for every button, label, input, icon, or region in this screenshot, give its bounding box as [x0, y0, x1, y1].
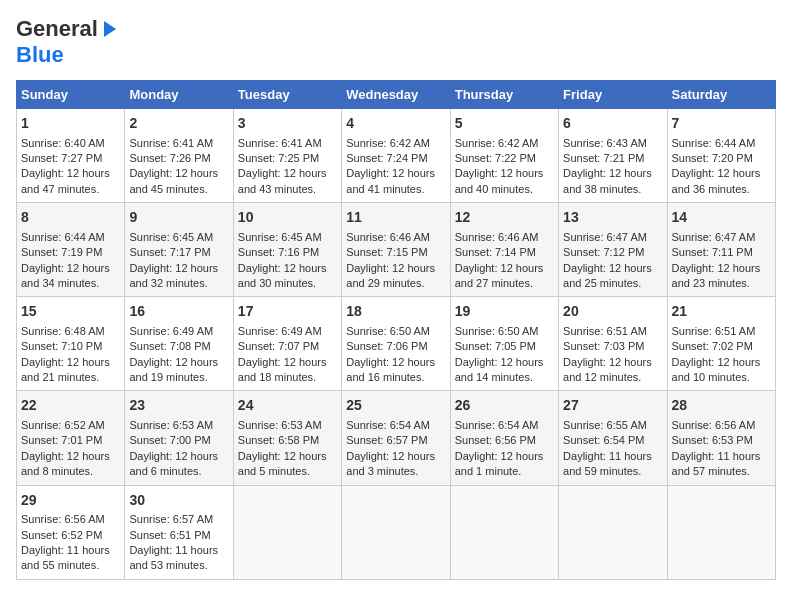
cell-text: and 34 minutes. [21, 276, 120, 291]
cell-text: and 14 minutes. [455, 370, 554, 385]
cell-text: Daylight: 11 hours [672, 449, 771, 464]
cell-text: Daylight: 12 hours [21, 355, 120, 370]
cell-text: Sunset: 7:05 PM [455, 339, 554, 354]
calendar-cell: 28Sunrise: 6:56 AMSunset: 6:53 PMDayligh… [667, 391, 775, 485]
day-number: 5 [455, 114, 554, 134]
cell-text: Daylight: 12 hours [129, 449, 228, 464]
calendar-cell: 1Sunrise: 6:40 AMSunset: 7:27 PMDaylight… [17, 109, 125, 203]
cell-text: and 5 minutes. [238, 464, 337, 479]
cell-text: and 59 minutes. [563, 464, 662, 479]
calendar-cell: 2Sunrise: 6:41 AMSunset: 7:26 PMDaylight… [125, 109, 233, 203]
cell-text: Sunset: 7:19 PM [21, 245, 120, 260]
cell-text: Daylight: 12 hours [346, 166, 445, 181]
day-number: 7 [672, 114, 771, 134]
day-number: 22 [21, 396, 120, 416]
calendar-cell [667, 485, 775, 579]
day-number: 4 [346, 114, 445, 134]
cell-text: Daylight: 12 hours [129, 261, 228, 276]
calendar-cell: 19Sunrise: 6:50 AMSunset: 7:05 PMDayligh… [450, 297, 558, 391]
day-number: 17 [238, 302, 337, 322]
cell-text: Sunrise: 6:54 AM [346, 418, 445, 433]
cell-text: Daylight: 12 hours [21, 449, 120, 464]
cell-text: Daylight: 12 hours [672, 166, 771, 181]
cell-text: and 45 minutes. [129, 182, 228, 197]
cell-text: Sunset: 7:08 PM [129, 339, 228, 354]
cell-text: Sunrise: 6:53 AM [238, 418, 337, 433]
calendar-cell: 16Sunrise: 6:49 AMSunset: 7:08 PMDayligh… [125, 297, 233, 391]
calendar-cell: 18Sunrise: 6:50 AMSunset: 7:06 PMDayligh… [342, 297, 450, 391]
day-number: 30 [129, 491, 228, 511]
cell-text: and 43 minutes. [238, 182, 337, 197]
cell-text: Sunset: 6:51 PM [129, 528, 228, 543]
cell-text: Daylight: 12 hours [455, 166, 554, 181]
day-of-week-thursday: Thursday [450, 81, 558, 109]
day-of-week-saturday: Saturday [667, 81, 775, 109]
cell-text: Sunrise: 6:50 AM [346, 324, 445, 339]
cell-text: Sunset: 7:21 PM [563, 151, 662, 166]
cell-text: Sunset: 7:24 PM [346, 151, 445, 166]
day-number: 1 [21, 114, 120, 134]
calendar-cell: 26Sunrise: 6:54 AMSunset: 6:56 PMDayligh… [450, 391, 558, 485]
cell-text: Sunrise: 6:42 AM [455, 136, 554, 151]
cell-text: Sunrise: 6:45 AM [238, 230, 337, 245]
cell-text: Daylight: 12 hours [346, 449, 445, 464]
cell-text: Sunrise: 6:51 AM [672, 324, 771, 339]
page-header: General Blue [16, 16, 776, 68]
cell-text: Sunrise: 6:40 AM [21, 136, 120, 151]
cell-text: Daylight: 11 hours [21, 543, 120, 558]
calendar-cell: 12Sunrise: 6:46 AMSunset: 7:14 PMDayligh… [450, 203, 558, 297]
cell-text: and 40 minutes. [455, 182, 554, 197]
day-of-week-friday: Friday [559, 81, 667, 109]
cell-text: Daylight: 12 hours [455, 261, 554, 276]
day-number: 11 [346, 208, 445, 228]
cell-text: Sunrise: 6:57 AM [129, 512, 228, 527]
cell-text: Daylight: 12 hours [21, 261, 120, 276]
cell-text: Sunset: 6:52 PM [21, 528, 120, 543]
cell-text: and 36 minutes. [672, 182, 771, 197]
calendar-cell: 5Sunrise: 6:42 AMSunset: 7:22 PMDaylight… [450, 109, 558, 203]
cell-text: Sunrise: 6:47 AM [672, 230, 771, 245]
cell-text: Sunrise: 6:48 AM [21, 324, 120, 339]
day-of-week-monday: Monday [125, 81, 233, 109]
calendar-row-1: 1Sunrise: 6:40 AMSunset: 7:27 PMDaylight… [17, 109, 776, 203]
day-number: 14 [672, 208, 771, 228]
cell-text: and 12 minutes. [563, 370, 662, 385]
calendar-cell: 13Sunrise: 6:47 AMSunset: 7:12 PMDayligh… [559, 203, 667, 297]
cell-text: Sunset: 6:58 PM [238, 433, 337, 448]
cell-text: Sunrise: 6:49 AM [238, 324, 337, 339]
cell-text: Sunset: 7:11 PM [672, 245, 771, 260]
cell-text: Sunset: 6:53 PM [672, 433, 771, 448]
calendar-row-2: 8Sunrise: 6:44 AMSunset: 7:19 PMDaylight… [17, 203, 776, 297]
calendar-row-3: 15Sunrise: 6:48 AMSunset: 7:10 PMDayligh… [17, 297, 776, 391]
cell-text: Daylight: 12 hours [455, 355, 554, 370]
cell-text: Sunrise: 6:44 AM [672, 136, 771, 151]
cell-text: Sunset: 7:01 PM [21, 433, 120, 448]
cell-text: and 6 minutes. [129, 464, 228, 479]
day-number: 29 [21, 491, 120, 511]
cell-text: Sunset: 6:57 PM [346, 433, 445, 448]
day-of-week-sunday: Sunday [17, 81, 125, 109]
cell-text: Sunset: 7:26 PM [129, 151, 228, 166]
calendar-cell: 8Sunrise: 6:44 AMSunset: 7:19 PMDaylight… [17, 203, 125, 297]
calendar-header-row: SundayMondayTuesdayWednesdayThursdayFrid… [17, 81, 776, 109]
day-number: 12 [455, 208, 554, 228]
cell-text: and 23 minutes. [672, 276, 771, 291]
cell-text: Sunrise: 6:54 AM [455, 418, 554, 433]
day-of-week-wednesday: Wednesday [342, 81, 450, 109]
cell-text: Daylight: 12 hours [238, 355, 337, 370]
calendar-cell: 10Sunrise: 6:45 AMSunset: 7:16 PMDayligh… [233, 203, 341, 297]
cell-text: Sunrise: 6:52 AM [21, 418, 120, 433]
cell-text: Daylight: 12 hours [346, 355, 445, 370]
cell-text: Sunrise: 6:56 AM [672, 418, 771, 433]
cell-text: Sunrise: 6:53 AM [129, 418, 228, 433]
calendar-cell: 27Sunrise: 6:55 AMSunset: 6:54 PMDayligh… [559, 391, 667, 485]
day-number: 15 [21, 302, 120, 322]
logo-text-general: General [16, 16, 98, 42]
cell-text: Daylight: 12 hours [672, 355, 771, 370]
cell-text: Daylight: 12 hours [238, 166, 337, 181]
day-number: 26 [455, 396, 554, 416]
calendar-cell: 22Sunrise: 6:52 AMSunset: 7:01 PMDayligh… [17, 391, 125, 485]
day-number: 19 [455, 302, 554, 322]
cell-text: Sunset: 7:22 PM [455, 151, 554, 166]
cell-text: Daylight: 12 hours [455, 449, 554, 464]
